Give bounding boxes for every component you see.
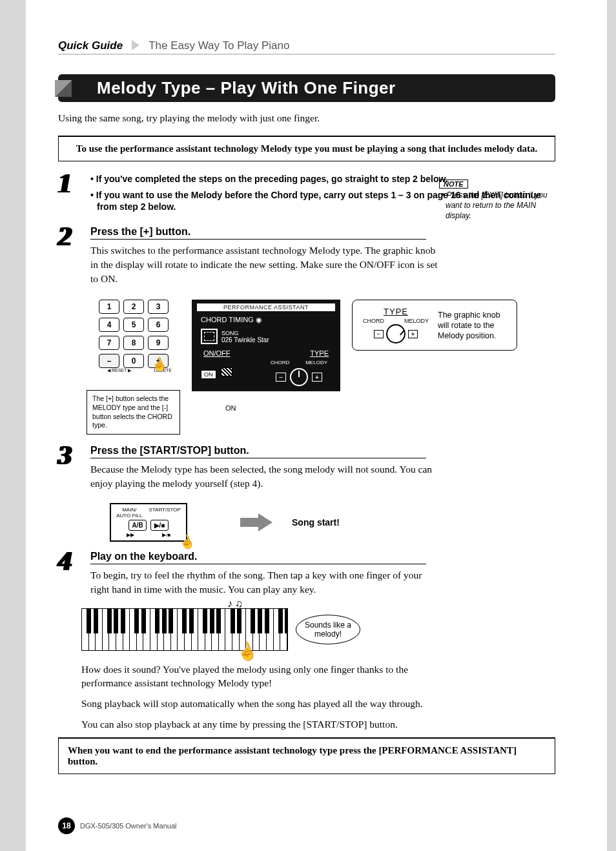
play-button: ▶/■ xyxy=(150,520,169,531)
key-2: 2 xyxy=(123,300,144,314)
step-4-heading: Play on the keyboard. xyxy=(90,551,426,564)
step-4-p4: You can also stop playback at any time b… xyxy=(81,717,430,732)
song-icon xyxy=(201,329,218,344)
header-arrow-icon xyxy=(132,40,139,50)
type-knob-icon xyxy=(386,324,406,343)
step-number-1: 1 xyxy=(58,173,84,195)
lcd-plus-button: + xyxy=(312,373,322,382)
keypad-caption: The [+] button selects the MELODY type a… xyxy=(87,390,180,435)
lcd-chord-label: CHORD xyxy=(271,360,289,365)
key-6: 6 xyxy=(148,318,169,332)
page-header: Quick Guide The Easy Way To Play Piano xyxy=(58,39,555,55)
piano-keyboard-icon xyxy=(81,608,288,651)
playstop-icon: ▶/■ xyxy=(162,532,170,538)
lcd-checker-icon xyxy=(221,367,232,376)
key-5: 5 xyxy=(123,318,144,332)
step-3-body: Because the Melody type has been selecte… xyxy=(90,462,439,490)
step-4-p2: How does it sound? You've played the mel… xyxy=(81,662,430,690)
arrow-right-icon xyxy=(258,513,272,531)
step-3-illustration: MAIN/ AUTO FILLSTART/STOP A/B ▶/■ ▶▶▶/■ … xyxy=(110,503,555,542)
type-chord-label: CHORD xyxy=(363,318,384,324)
step-number-2: 2 xyxy=(58,226,84,248)
lcd-type-label: TYPE xyxy=(310,349,329,357)
lcd-display: PERFORMANCE ASSISTANT CHORD TIMING ◉ SON… xyxy=(192,300,340,391)
step-4-p3: Song playback will stop automatically wh… xyxy=(81,697,430,711)
step-number-4: 4 xyxy=(58,551,84,573)
key-3: 3 xyxy=(148,300,169,314)
lcd-song-name: 026 Twinkle Star xyxy=(221,336,269,343)
type-melody-label: MELODY xyxy=(404,318,429,324)
step-3-heading: Press the [START/STOP] button. xyxy=(90,445,426,458)
numeric-keypad: 1 2 3 4 5 6 7 8 9 – 0 + ◀ RESET ▶ DELETE xyxy=(92,300,176,373)
step-2-body: This switches to the performance assista… xyxy=(90,243,439,285)
keyboard-illustration: ♪ ♫ ☝ Sounds like a melody! xyxy=(81,608,555,651)
lcd-on-switch: ON xyxy=(201,370,216,379)
key-4: 4 xyxy=(99,318,119,332)
prerequisite-box: To use the performance assistant technol… xyxy=(58,136,555,161)
lcd-song-label: SONG xyxy=(221,330,269,336)
page-number: 18 xyxy=(58,817,75,834)
type-plus-button: + xyxy=(408,330,418,338)
main-fill-label: MAIN/ AUTO FILL xyxy=(116,507,142,518)
type-minus-button: − xyxy=(374,330,384,338)
step-2-heading: Press the [+] button. xyxy=(90,226,426,240)
ff-icon: ▶▶ xyxy=(127,532,134,538)
intro-text: Using the same song, try playing the mel… xyxy=(58,111,555,125)
step-2-illustration: 1 2 3 4 5 6 7 8 9 – 0 + ◀ RESET ▶ DELETE xyxy=(92,300,555,435)
step-2: 2 Press the [+] button. This switches to… xyxy=(58,226,555,292)
step-4: 4 Play on the keyboard. To begin, try to… xyxy=(58,551,555,602)
note-body: • Press the [EXIT] button if you want to… xyxy=(439,190,555,221)
keypad-reset-label: ◀ RESET ▶ xyxy=(107,368,131,373)
key-9: 9 xyxy=(148,336,169,350)
lcd-melody-label: MELODY xyxy=(305,360,327,365)
end-box: When you want to end the performance ass… xyxy=(58,737,555,774)
ab-button: A/B xyxy=(128,520,147,531)
section-title-bar: Melody Type – Play With One Finger xyxy=(58,74,555,102)
manual-title: DGX-505/305 Owner's Manual xyxy=(80,822,176,830)
on-callout: ON xyxy=(225,404,340,412)
key-minus: – xyxy=(99,354,119,368)
note-label: NOTE xyxy=(439,179,468,189)
lcd-knob-icon xyxy=(290,368,308,386)
lcd-header: PERFORMANCE ASSISTANT xyxy=(197,303,335,311)
step-number-3: 3 xyxy=(58,445,84,467)
key-8: 8 xyxy=(123,336,144,350)
type-title: TYPE xyxy=(360,307,431,316)
step-3: 3 Press the [START/STOP] button. Because… xyxy=(58,445,555,497)
key-0: 0 xyxy=(123,354,144,368)
step-4-p1: To begin, try to feel the rhythm of the … xyxy=(90,568,439,596)
type-callout-box: TYPE CHORDMELODY − + The graphic knob wi… xyxy=(352,300,517,351)
page-footer: 18 DGX-505/305 Owner's Manual xyxy=(58,817,176,834)
section-marker-icon xyxy=(55,80,72,97)
lcd-chord-timing: CHORD TIMING ◉ xyxy=(197,314,335,326)
start-stop-panel: MAIN/ AUTO FILLSTART/STOP A/B ▶/■ ▶▶▶/■ … xyxy=(110,503,187,542)
side-note: NOTE • Press the [EXIT] button if you wa… xyxy=(439,179,555,221)
song-start-text: Song start! xyxy=(292,517,340,528)
lcd-minus-button: − xyxy=(276,373,286,382)
section-title: Melody Type – Play With One Finger xyxy=(97,78,396,97)
key-1: 1 xyxy=(99,300,119,314)
header-title: The Easy Way To Play Piano xyxy=(149,39,289,52)
type-text: The graphic knob will rotate to the Melo… xyxy=(438,310,508,342)
guide-label: Quick Guide xyxy=(58,39,123,52)
start-stop-label: START/STOP xyxy=(149,507,180,518)
lcd-onoff-label: ON/OFF xyxy=(203,349,231,357)
key-7: 7 xyxy=(99,336,119,350)
sounds-bubble: Sounds like a melody! xyxy=(296,615,360,644)
